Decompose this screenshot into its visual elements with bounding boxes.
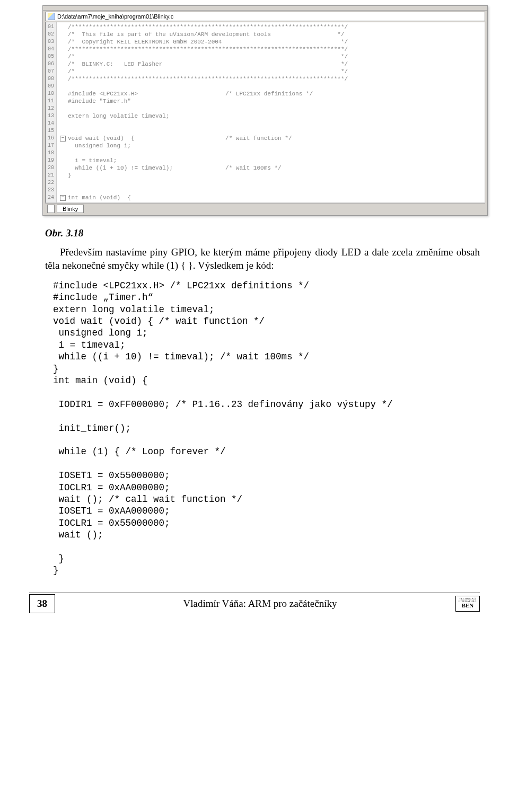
- line-number: 14: [48, 120, 54, 127]
- code-listing: #include <LPC21xx.H> /* LPC21xx definiti…: [53, 280, 480, 577]
- code-line: while ((i + 10) != timeval); /* wait 100…: [60, 164, 481, 172]
- code-line: /***************************************…: [60, 23, 481, 31]
- line-number: 08: [48, 75, 54, 83]
- code-line: [60, 187, 481, 194]
- line-number: 02: [48, 31, 54, 38]
- line-number: 05: [48, 53, 54, 60]
- fold-minus-icon[interactable]: −: [60, 195, 66, 201]
- code-line: i = timeval;: [60, 157, 481, 164]
- footer-title: Vladimír Váňa: ARM pro začátečníky: [65, 598, 455, 610]
- line-number: 18: [48, 149, 54, 157]
- line-number: 21: [48, 172, 54, 179]
- page-number: 38: [29, 594, 55, 613]
- line-number: 24: [48, 194, 54, 201]
- code-line: /* Copyright KEIL ELEKTRONIK GmbH 2002-2…: [60, 38, 481, 46]
- code-line: [60, 105, 481, 112]
- line-number: 10: [48, 90, 54, 98]
- document-icon: [47, 205, 55, 213]
- code-line: [60, 179, 481, 187]
- code-line: /***************************************…: [60, 46, 481, 53]
- code-line: /* BLINKY.C: LED Flasher */: [60, 60, 481, 68]
- code-line: /* This file is part of the uVision/ARM …: [60, 31, 481, 38]
- code-line: /* */: [60, 68, 481, 75]
- page-footer: 38 Vladimír Váňa: ARM pro začátečníky TE…: [29, 593, 480, 613]
- code-line: −void wait (void) { /* wait function */: [60, 135, 481, 142]
- line-number: 01: [48, 23, 54, 31]
- code-line: /***************************************…: [60, 75, 481, 83]
- code-line: extern long volatile timeval;: [60, 112, 481, 120]
- line-number: 03: [48, 38, 54, 46]
- line-number: 16: [48, 135, 54, 142]
- publisher-logo-name: BEN: [456, 603, 479, 608]
- line-number: 20: [48, 164, 54, 172]
- editor-tab-blinky[interactable]: Blinky: [57, 205, 84, 213]
- body-paragraph: Především nastavíme piny GPIO, ke kterým…: [45, 245, 480, 272]
- line-number: 07: [48, 68, 54, 75]
- line-number: 11: [48, 98, 54, 105]
- fold-minus-icon[interactable]: −: [60, 136, 66, 142]
- line-number: 19: [48, 157, 54, 164]
- ide-screenshot: D:\data\arm7\moje_kniha\program01\Blinky…: [42, 5, 488, 216]
- code-line: unsigned long i;: [60, 142, 481, 149]
- line-number: 06: [48, 60, 54, 68]
- line-number: 15: [48, 127, 54, 135]
- code-line: }: [60, 172, 481, 179]
- line-number: 04: [48, 46, 54, 53]
- code-editor: 0102030405060708091011121314151617181920…: [45, 22, 485, 203]
- line-number: 12: [48, 105, 54, 112]
- code-line: #include "Timer.h": [60, 98, 481, 105]
- code-line: [60, 120, 481, 127]
- code-content: /***************************************…: [57, 22, 485, 202]
- file-path-text: D:\data\arm7\moje_kniha\program01\Blinky…: [57, 13, 173, 20]
- editor-bottom-tabs: Blinky: [45, 203, 485, 214]
- line-number: 17: [48, 142, 54, 149]
- code-line: #include <LPC21xx.H> /* LPC21xx definiti…: [60, 90, 481, 98]
- code-line: [60, 149, 481, 157]
- line-gutter: 0102030405060708091011121314151617181920…: [46, 22, 57, 202]
- file-icon: [48, 13, 55, 20]
- line-number: 22: [48, 179, 54, 187]
- file-path-bar: D:\data\arm7\moje_kniha\program01\Blinky…: [45, 12, 485, 21]
- publisher-logo: TECHNICKÁ LITERATURA BEN: [455, 596, 480, 612]
- line-number: 23: [48, 187, 54, 194]
- code-line: [60, 83, 481, 90]
- figure-caption: Obr. 3.18: [45, 226, 480, 240]
- line-number: 09: [48, 83, 54, 90]
- toolbar-strip: [43, 6, 487, 11]
- code-line: /* */: [60, 53, 481, 60]
- code-line: [60, 127, 481, 135]
- code-line: −int main (void) {: [60, 194, 481, 201]
- line-number: 13: [48, 112, 54, 120]
